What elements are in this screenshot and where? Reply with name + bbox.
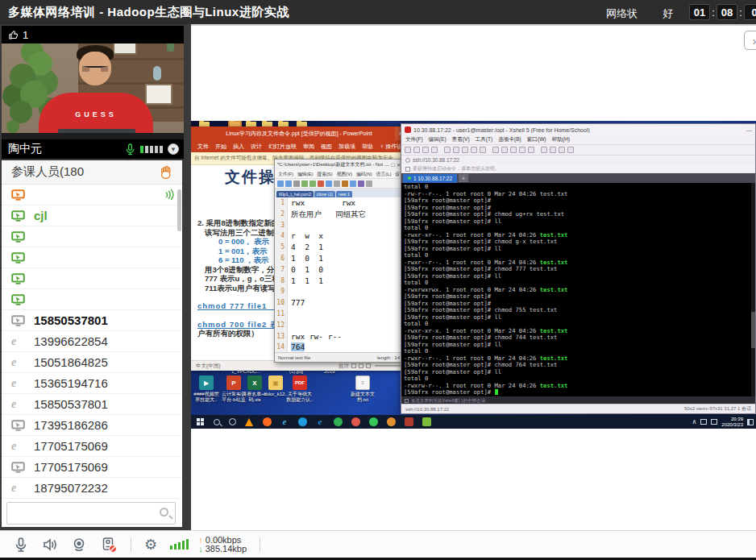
window-buttons[interactable]: — ☐ ✕ [384,162,401,168]
new-tab-button[interactable]: + [459,174,468,182]
collapse-chevron-button[interactable]: › [744,31,756,50]
list-scrollbar[interactable] [177,189,181,231]
chevron-down-icon[interactable]: ▼ [168,143,179,155]
toolbar-icon[interactable] [453,147,459,153]
comments-label[interactable]: 批注 [339,363,349,370]
notepadpp-menu-bar[interactable]: 文件(F)编辑(E)搜索(S)视图(V)编码(N)语言(L)设置(T)工具(O) [275,170,403,178]
editor-text[interactable]: rwx rwx所在用户 同组其它 r w x4 2 11 0 10 1 01 1… [288,197,403,353]
participant-row[interactable]: e17705175069 [2,436,182,457]
session-tab[interactable]: 1 10.30.88.17:22 [403,174,457,183]
xshell-address-bar[interactable]: ssh://10.30.88.17:22 [401,156,755,164]
ribbon-tab[interactable]: 文件 [197,143,209,151]
participant-list[interactable]: cjl15850537801e13996622854e15051864825e1… [2,185,182,499]
taskbar-app-app-green[interactable] [333,417,343,427]
toolbar-icon[interactable] [309,180,316,187]
powerpoint-ribbon-tabs[interactable]: 文件开始插入设计幻灯片放映审阅视图加载项帮助♀ 操作说明搜索 [191,140,407,152]
taskbar-app-firefox[interactable] [262,417,272,427]
participant-row[interactable]: cjl [2,205,182,226]
menu-item[interactable]: 编辑(E) [429,136,447,143]
tray-expand-icon[interactable]: ∧ [692,418,696,425]
xshell-tab-bar[interactable]: 1 10.30.88.17:22 + [401,173,755,183]
participant-row[interactable]: 17395186286 [2,415,182,436]
taskbar-app-app-orange[interactable] [386,417,396,427]
participant-row[interactable]: 17705175069 [2,457,182,478]
toolbar-icon[interactable] [492,147,499,153]
view-icon[interactable] [351,363,356,368]
notepadpp-toolbar[interactable] [275,178,403,189]
notepadpp-tabs[interactable]: 60p1_t_hal.yum2clone (1)new 1 [275,189,403,197]
toolbar-icon[interactable] [318,180,324,187]
participant-row[interactable] [2,289,182,310]
checkbox[interactable] [405,399,409,403]
toolbar-icon[interactable] [567,147,574,153]
participant-row[interactable] [2,185,182,205]
menu-item[interactable]: 语言(L) [376,171,392,178]
presenter-video[interactable]: 1 GUESS 陶中元 ▼ [2,26,184,159]
menu-item[interactable]: 工具(T) [476,136,493,143]
toolbar-icon[interactable] [285,180,292,187]
thumbs-up-icon[interactable] [8,29,19,40]
editor-tab[interactable]: new 1 [336,191,352,197]
taskbar-app-app-red[interactable] [404,417,413,427]
desktop-icon-folder[interactable]: ▣color_k12.. [262,375,289,397]
microphone-icon[interactable] [125,143,135,156]
toolbar-icon[interactable] [541,147,547,153]
participant-row[interactable] [2,247,182,268]
desktop-icon-txt[interactable]: ≡新建文本文档.txt [349,375,376,403]
ribbon-tab[interactable]: 插入 [233,143,244,151]
webcam-button[interactable] [71,537,87,553]
taskbar-app-wechat[interactable] [368,417,378,427]
desktop-icon-video[interactable]: ▶####视频世界技能大.. [193,375,220,403]
toolbar-icon[interactable] [431,147,438,153]
taskbar-app-chrome[interactable] [351,417,360,427]
toolbar-icon[interactable] [559,147,565,153]
taskbar-app-notepad-plus-plus[interactable] [422,417,431,427]
toolbar-icon[interactable] [413,147,420,153]
ribbon-tab[interactable]: 幻灯片放映 [268,143,297,151]
toolbar-icon[interactable] [528,147,534,153]
taskbar-app-internet-explorer[interactable]: e [280,417,289,427]
menu-item[interactable]: 编码(N) [356,171,372,178]
keyboard-icon[interactable] [700,419,707,425]
menu-item[interactable]: 文件(F) [405,136,423,143]
action-center-icon[interactable] [747,419,754,425]
toolbar-icon[interactable] [277,180,284,187]
ribbon-tab[interactable]: 帮助 [362,143,373,151]
menu-item[interactable]: 编辑(E) [297,171,313,178]
terminal-scrollbar[interactable] [751,183,755,396]
toolbar-icon[interactable] [444,147,451,153]
notepadpp-window[interactable]: *C:\Users\yster~1\Desktop\新建文本文档.txt - N… [274,159,404,363]
display-icon[interactable] [711,419,717,425]
participant-row[interactable]: e18795072232 [2,478,182,499]
menu-item[interactable]: 窗口(W) [527,136,546,143]
toolbar-icon[interactable] [462,147,468,153]
notepadpp-editor[interactable]: 1234567891011121314 rwx rwx所在用户 同组其它 r w… [275,197,403,353]
toolbar-icon[interactable] [342,180,348,187]
toolbar-icon[interactable] [334,180,340,187]
taskbar-app-app-blue[interactable] [297,417,307,427]
menu-item[interactable]: 查看(V) [452,136,470,143]
terminal[interactable]: total 0-rw-r--r--. 1 root root 0 Mar 24 … [401,183,755,396]
ribbon-tab[interactable]: 审阅 [303,143,314,151]
xshell-menu-bar[interactable]: 文件(F)编辑(E)查看(V)工具(T)选项卡(B)窗口(W)帮助(H) [401,135,755,144]
microphone-button[interactable] [13,537,29,553]
toolbar-icon[interactable] [480,147,486,153]
participant-row[interactable]: e15051864825 [2,352,182,373]
toolbar-icon[interactable] [358,180,364,187]
ribbon-tab[interactable]: 设计 [251,143,262,151]
toolbar-icon[interactable] [366,180,372,187]
toolbar-icon[interactable] [301,180,308,187]
xshell-toolbar[interactable] [401,144,755,156]
toolbar-icon[interactable] [422,147,429,153]
raise-hand-icon[interactable] [160,165,172,180]
start-button[interactable] [197,418,205,426]
participant-row[interactable] [2,226,182,247]
search-input[interactable] [10,504,152,522]
participant-row[interactable]: e13996622854 [2,331,182,352]
taskbar-app-edge[interactable]: e [315,417,325,427]
system-tray[interactable]: ∧ 20:39 2020/3/23 [692,415,754,429]
settings-gear-icon[interactable]: ⚙ [144,536,157,554]
taskbar-search-icon[interactable] [214,419,220,425]
participant-row[interactable]: e15365194716 [2,373,182,394]
menu-item[interactable]: 搜索(S) [317,171,332,178]
